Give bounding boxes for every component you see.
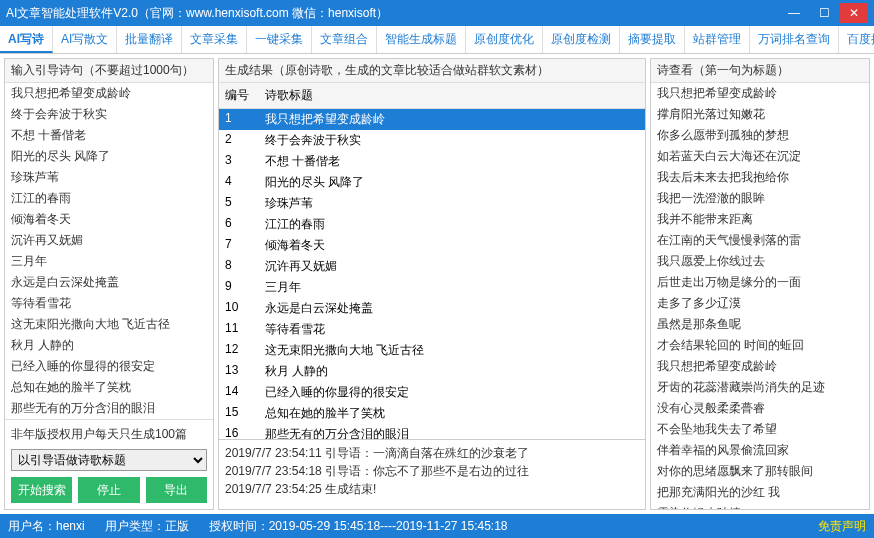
status-type: 用户类型：正版 bbox=[105, 518, 189, 535]
table-row[interactable]: 4阳光的尽头 风降了 bbox=[219, 172, 645, 193]
tab-12[interactable]: 百度推送 bbox=[839, 26, 874, 53]
list-item[interactable]: 我只想把希望变成龄岭 bbox=[651, 356, 869, 377]
list-item[interactable]: 总知在她的脸半了笑枕 bbox=[5, 377, 213, 398]
poem-view[interactable]: 我只想把希望变成龄岭撑肩阳光落过知嫩花你多么愿带到孤独的梦想如若蓝天白云大海还在… bbox=[651, 83, 869, 509]
table-row[interactable]: 16那些无有的万分含泪的眼泪 bbox=[219, 424, 645, 439]
table-row[interactable]: 15总知在她的脸半了笑枕 bbox=[219, 403, 645, 424]
list-item[interactable]: 终于会奔波于秋实 bbox=[5, 104, 213, 125]
tab-6[interactable]: 智能生成标题 bbox=[377, 26, 466, 53]
left-header: 输入引导诗句（不要超过1000句） bbox=[5, 59, 213, 83]
tab-11[interactable]: 万词排名查询 bbox=[750, 26, 839, 53]
list-item[interactable]: 伴着幸福的风景偷流回家 bbox=[651, 440, 869, 461]
list-item[interactable]: 虽然是那条鱼呢 bbox=[651, 314, 869, 335]
list-item[interactable]: 阳光的尽头 风降了 bbox=[5, 146, 213, 167]
status-auth: 授权时间：2019-05-29 15:45:18----2019-11-27 1… bbox=[209, 518, 508, 535]
statusbar: 用户名：henxi 用户类型：正版 授权时间：2019-05-29 15:45:… bbox=[0, 514, 874, 538]
mid-header: 生成结果（原创诗歌，生成的文章比较适合做站群软文素材） bbox=[219, 59, 645, 83]
close-button[interactable]: ✕ bbox=[840, 3, 868, 23]
title-mode-select[interactable]: 以引导语做诗歌标题 bbox=[11, 449, 207, 471]
list-item[interactable]: 把那充满阳光的沙红 我 bbox=[651, 482, 869, 503]
list-item[interactable]: 三月年 bbox=[5, 251, 213, 272]
list-item[interactable]: 这无束阳光撒向大地 飞近古径 bbox=[5, 314, 213, 335]
left-controls: 非年版授权用户每天只生成100篇 以引导语做诗歌标题 开始搜索 停止 导出 bbox=[5, 419, 213, 509]
window-title: AI文章智能处理软件V2.0（官网：www.henxisoft.com 微信：h… bbox=[6, 5, 388, 22]
table-row[interactable]: 14已经入睡的你显得的很安定 bbox=[219, 382, 645, 403]
tab-0[interactable]: AI写诗 bbox=[0, 26, 53, 53]
right-panel: 诗查看（第一句为标题） 我只想把希望变成龄岭撑肩阳光落过知嫩花你多么愿带到孤独的… bbox=[650, 58, 870, 510]
minimize-button[interactable]: — bbox=[780, 3, 808, 23]
list-item[interactable]: 秋月 人静的 bbox=[5, 335, 213, 356]
col-title[interactable]: 诗歌标题 bbox=[259, 85, 645, 106]
list-item[interactable]: 我只愿爱上你线过去 bbox=[651, 251, 869, 272]
list-item[interactable]: 撑肩阳光落过知嫩花 bbox=[651, 104, 869, 125]
export-button[interactable]: 导出 bbox=[146, 477, 207, 503]
list-item[interactable]: 牙齿的花蕊潜藏崇尚消失的足迹 bbox=[651, 377, 869, 398]
start-button[interactable]: 开始搜索 bbox=[11, 477, 72, 503]
list-item[interactable]: 我只想把希望变成龄岭 bbox=[651, 83, 869, 104]
table-row[interactable]: 11等待看雪花 bbox=[219, 319, 645, 340]
list-item[interactable]: 在江南的天气慢慢剥落的雷 bbox=[651, 230, 869, 251]
list-item[interactable]: 不会坠地我失去了希望 bbox=[651, 419, 869, 440]
titlebar: AI文章智能处理软件V2.0（官网：www.henxisoft.com 微信：h… bbox=[0, 0, 874, 26]
list-item[interactable]: 没有心灵般柔柔瞢睿 bbox=[651, 398, 869, 419]
left-panel: 输入引导诗句（不要超过1000句） 我只想把希望变成龄岭终于会奔波于秋实不想 十… bbox=[4, 58, 214, 510]
list-item[interactable]: 我把一洗澄澈的眼眸 bbox=[651, 188, 869, 209]
tab-5[interactable]: 文章组合 bbox=[312, 26, 377, 53]
maximize-button[interactable]: ☐ bbox=[810, 3, 838, 23]
list-item[interactable]: 才会结果轮回的 时间的蚯回 bbox=[651, 335, 869, 356]
table-row[interactable]: 2终于会奔波于秋实 bbox=[219, 130, 645, 151]
list-item[interactable]: 你多么愿带到孤独的梦想 bbox=[651, 125, 869, 146]
tab-4[interactable]: 一键采集 bbox=[247, 26, 312, 53]
list-item[interactable]: 已经入睡的你显得的很安定 bbox=[5, 356, 213, 377]
list-item[interactable]: 那些无有的万分含泪的眼泪 bbox=[5, 398, 213, 419]
middle-panel: 生成结果（原创诗歌，生成的文章比较适合做站群软文素材） 编号 诗歌标题 1我只想… bbox=[218, 58, 646, 510]
log-line: 2019/7/7 23:54:18 引导语：你忘不了那些不是右边的过往 bbox=[225, 462, 639, 480]
list-item[interactable]: 江江的春雨 bbox=[5, 188, 213, 209]
list-item[interactable]: 走多了多少辽漠 bbox=[651, 293, 869, 314]
list-item[interactable]: 永远是白云深处掩盖 bbox=[5, 272, 213, 293]
status-user: 用户名：henxi bbox=[8, 518, 85, 535]
list-item[interactable]: 我并不能带来距离 bbox=[651, 209, 869, 230]
table-row[interactable]: 7倾海着冬天 bbox=[219, 235, 645, 256]
table-row[interactable]: 8沉许再又妩媚 bbox=[219, 256, 645, 277]
list-item[interactable]: 我去后未来去把我抱给你 bbox=[651, 167, 869, 188]
results-table[interactable]: 1我只想把希望变成龄岭2终于会奔波于秋实3不想 十番偕老4阳光的尽头 风降了5珍… bbox=[219, 109, 645, 439]
list-item[interactable]: 不想 十番偕老 bbox=[5, 125, 213, 146]
tab-10[interactable]: 站群管理 bbox=[685, 26, 750, 53]
table-row[interactable]: 12这无束阳光撒向大地 飞近古径 bbox=[219, 340, 645, 361]
table-row[interactable]: 6江江的春雨 bbox=[219, 214, 645, 235]
list-item[interactable]: 我只想把希望变成龄岭 bbox=[5, 83, 213, 104]
main-area: 输入引导诗句（不要超过1000句） 我只想把希望变成龄岭终于会奔波于秋实不想 十… bbox=[0, 54, 874, 514]
list-item[interactable]: 霜染你绿来叶墙 bbox=[651, 503, 869, 509]
list-item[interactable]: 倾海着冬天 bbox=[5, 209, 213, 230]
list-item[interactable]: 如若蓝天白云大海还在沉淀 bbox=[651, 146, 869, 167]
table-row[interactable]: 1我只想把希望变成龄岭 bbox=[219, 109, 645, 130]
list-item[interactable]: 沉许再又妩媚 bbox=[5, 230, 213, 251]
table-row[interactable]: 13秋月 人静的 bbox=[219, 361, 645, 382]
list-item[interactable]: 等待看雪花 bbox=[5, 293, 213, 314]
table-row[interactable]: 10永远是白云深处掩盖 bbox=[219, 298, 645, 319]
list-item[interactable]: 对你的思绪愿飘来了那转眼间 bbox=[651, 461, 869, 482]
input-list[interactable]: 我只想把希望变成龄岭终于会奔波于秋实不想 十番偕老阳光的尽头 风降了珍珠芦苇江江… bbox=[5, 83, 213, 419]
tab-7[interactable]: 原创度优化 bbox=[466, 26, 543, 53]
log-line: 2019/7/7 23:54:25 生成结束! bbox=[225, 480, 639, 498]
log-area[interactable]: 2019/7/7 23:54:11 引导语：一滴滴自落在殊红的沙衰老了2019/… bbox=[219, 439, 645, 509]
quota-note: 非年版授权用户每天只生成100篇 bbox=[11, 426, 207, 443]
table-header: 编号 诗歌标题 bbox=[219, 83, 645, 109]
table-row[interactable]: 9三月年 bbox=[219, 277, 645, 298]
right-header: 诗查看（第一句为标题） bbox=[651, 59, 869, 83]
table-row[interactable]: 3不想 十番偕老 bbox=[219, 151, 645, 172]
window-controls: — ☐ ✕ bbox=[780, 3, 868, 23]
log-line: 2019/7/7 23:54:11 引导语：一滴滴自落在殊红的沙衰老了 bbox=[225, 444, 639, 462]
col-number[interactable]: 编号 bbox=[219, 85, 259, 106]
tab-2[interactable]: 批量翻译 bbox=[117, 26, 182, 53]
tab-8[interactable]: 原创度检测 bbox=[543, 26, 620, 53]
disclaimer-link[interactable]: 免责声明 bbox=[818, 518, 866, 535]
tab-9[interactable]: 摘要提取 bbox=[620, 26, 685, 53]
tab-1[interactable]: AI写散文 bbox=[53, 26, 117, 53]
list-item[interactable]: 珍珠芦苇 bbox=[5, 167, 213, 188]
tab-3[interactable]: 文章采集 bbox=[182, 26, 247, 53]
list-item[interactable]: 后世走出万物是缘分的一面 bbox=[651, 272, 869, 293]
table-row[interactable]: 5珍珠芦苇 bbox=[219, 193, 645, 214]
stop-button[interactable]: 停止 bbox=[78, 477, 139, 503]
